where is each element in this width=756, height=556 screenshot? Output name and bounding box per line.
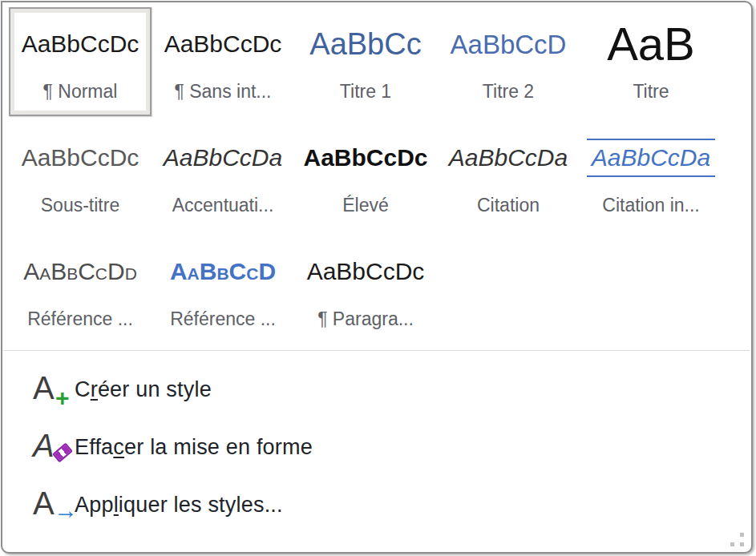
style-sample-text: AaBbCcDd (23, 260, 137, 284)
style-label: ¶ Normal (43, 81, 118, 103)
menu-text-part: er la mise en forme (124, 435, 313, 459)
style-sample-text: AaBbCcDc (22, 146, 139, 170)
style-cell-intense-quote[interactable]: AaBbCcDaCitation in... (580, 121, 722, 230)
styles-gallery-popup: AaBbCcDc¶ NormalAaBbCcDc¶ Sans int...AaB… (1, 1, 753, 554)
style-cell-title1[interactable]: AaBbCcTitre 1 (294, 7, 437, 116)
plus-icon: + (55, 386, 70, 410)
style-sample-text: AaBbCcD (451, 31, 567, 58)
menu-item-apply-styles[interactable]: A→Appliquer les styles... (4, 476, 750, 534)
style-label: Sous-titre (41, 195, 119, 216)
style-cell-intense-reference[interactable]: AaBbCcDRéférence ... (152, 235, 294, 344)
style-cell-list-paragraph[interactable]: AaBbCcDc¶ Paragra... (294, 235, 437, 344)
style-sample-text: AaBbCcDa (164, 146, 282, 170)
styles-gallery: AaBbCcDc¶ NormalAaBbCcDc¶ Sans int...AaB… (2, 2, 751, 350)
style-label: Titre 1 (340, 81, 391, 103)
menu-item-label: Créer un style (75, 377, 212, 402)
style-sample-wrap: AaBbCcD (153, 236, 293, 307)
menu-item-label: Appliquer les styles... (75, 493, 283, 518)
style-sample-wrap: AaBbCc (296, 9, 435, 79)
style-sample-wrap: AaBbCcDc (296, 236, 435, 307)
resize-grip[interactable] (730, 533, 744, 546)
styles-menu: A+Créer un styleAEffacer la mise en form… (4, 350, 750, 534)
style-label: Citation in... (602, 195, 699, 216)
style-sample-wrap: AaBbCcDa (153, 123, 293, 193)
style-sample-wrap: AaBbCcDa (581, 123, 721, 193)
style-sample-wrap: AaBbCcDc (10, 9, 150, 79)
style-label: ¶ Sans int... (174, 81, 271, 103)
menu-text-part: Effa (75, 435, 113, 459)
style-cell-normal[interactable]: AaBbCcDc¶ Normal (9, 7, 152, 116)
style-sample-wrap: AaBbCcD (439, 9, 578, 79)
style-sample-wrap: AaBbCcDd (10, 236, 150, 307)
menu-text-part: iquer les styles... (119, 493, 283, 517)
style-label: Élevé (342, 195, 389, 216)
letter-a-glyph: A (33, 484, 55, 522)
arrow-icon: → (54, 498, 78, 522)
style-sample-text: AaBbCcDa (587, 139, 715, 177)
style-label: ¶ Paragra... (317, 308, 414, 330)
menu-item-label: Effacer la mise en forme (75, 435, 313, 460)
style-label: Citation (477, 195, 540, 216)
style-label: Titre (633, 81, 669, 103)
menu-item-create-style[interactable]: A+Créer un style (4, 361, 750, 418)
style-cell-no-spacing[interactable]: AaBbCcDc¶ Sans int... (152, 7, 294, 116)
menu-text-part: App (75, 493, 114, 517)
style-label: Titre 2 (483, 81, 534, 103)
style-cell-quote[interactable]: AaBbCcDaCitation (437, 121, 580, 230)
style-cell-title[interactable]: AaBTitre (580, 7, 722, 116)
style-sample-wrap: AaBbCcDc (10, 123, 150, 193)
menu-item-clear-formatting[interactable]: AEffacer la mise en forme (4, 418, 750, 476)
style-sample-wrap: AaBbCcDc (153, 9, 293, 79)
letter-a-glyph: A (33, 369, 55, 407)
style-cell-subtitle[interactable]: AaBbCcDcSous-titre (9, 121, 152, 230)
style-sample-text: AaB (607, 21, 695, 67)
menu-text-part: C (75, 377, 91, 401)
style-sample-text: AaBbCcDa (449, 146, 568, 170)
style-cell-emphasis[interactable]: AaBbCcDaAccentuati... (152, 121, 294, 230)
style-label: Accentuati... (172, 195, 274, 216)
style-sample-text: AaBbCcD (170, 260, 276, 284)
menu-text-part: c (113, 435, 124, 459)
style-sample-text: AaBbCc (309, 29, 421, 59)
style-sample-text: AaBbCcDc (303, 146, 427, 170)
style-sample-text: AaBbCcDc (22, 32, 139, 56)
style-sample-wrap: AaB (581, 9, 721, 79)
style-sample-wrap: AaBbCcDa (439, 123, 578, 193)
style-cell-subtle-reference[interactable]: AaBbCcDdRéférence ... (9, 235, 152, 344)
style-sample-text: AaBbCcDc (307, 260, 425, 284)
style-label: Référence ... (27, 308, 133, 330)
apply-styles-icon: A→ (28, 484, 75, 526)
menu-text-part: r (91, 377, 98, 401)
style-sample-text: AaBbCcDc (164, 32, 282, 56)
style-cell-title2[interactable]: AaBbCcDTitre 2 (437, 7, 580, 116)
clear-formatting-icon: A (28, 426, 75, 468)
style-sample-wrap: AaBbCcDc (296, 123, 435, 193)
eraser-icon (52, 443, 73, 463)
style-label: Référence ... (170, 308, 276, 330)
style-cell-intense[interactable]: AaBbCcDcÉlevé (294, 121, 437, 230)
letter-a-glyph: A (33, 426, 55, 465)
create-style-icon: A+ (28, 369, 75, 410)
menu-text-part: éer un style (98, 377, 212, 401)
